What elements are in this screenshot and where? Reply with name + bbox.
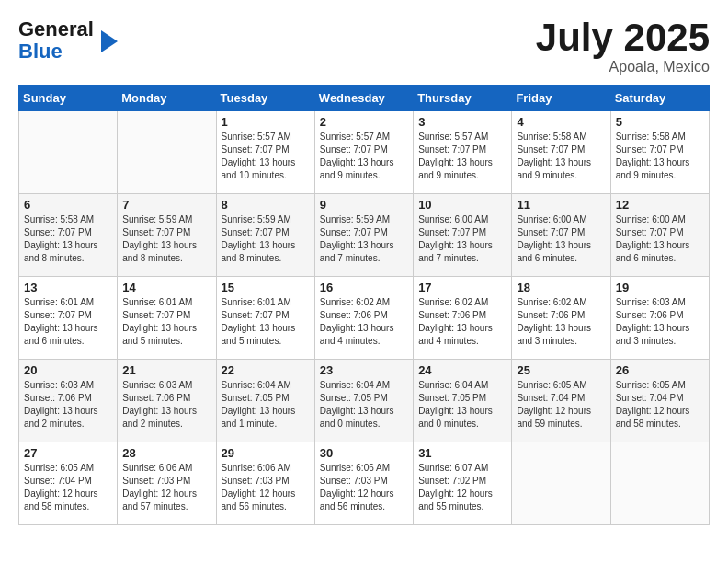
- calendar-cell: 28Sunrise: 6:06 AM Sunset: 7:03 PM Dayli…: [118, 442, 216, 525]
- calendar-cell: [19, 111, 118, 194]
- day-info: Sunrise: 5:57 AM Sunset: 7:07 PM Dayligh…: [320, 131, 408, 182]
- day-info: Sunrise: 6:01 AM Sunset: 7:07 PM Dayligh…: [222, 296, 310, 348]
- calendar-cell: 1Sunrise: 5:57 AM Sunset: 7:07 PM Daylig…: [216, 111, 314, 194]
- calendar-cell: 24Sunrise: 6:04 AM Sunset: 7:05 PM Dayli…: [414, 360, 512, 442]
- day-info: Sunrise: 5:59 AM Sunset: 7:07 PM Dayligh…: [222, 213, 310, 265]
- day-number: 19: [616, 281, 704, 294]
- day-info: Sunrise: 6:06 AM Sunset: 7:03 PM Dayligh…: [122, 462, 210, 513]
- logo-arrow-icon: [101, 30, 118, 52]
- day-info: Sunrise: 6:00 AM Sunset: 7:07 PM Dayligh…: [616, 213, 704, 265]
- day-number: 9: [320, 198, 408, 212]
- day-info: Sunrise: 6:04 AM Sunset: 7:05 PM Dayligh…: [222, 379, 310, 431]
- calendar-cell: 14Sunrise: 6:01 AM Sunset: 7:07 PM Dayli…: [118, 277, 216, 360]
- day-number: 8: [222, 198, 310, 212]
- calendar-week-row: 20Sunrise: 6:03 AM Sunset: 7:06 PM Dayli…: [19, 360, 710, 442]
- calendar-week-row: 13Sunrise: 6:01 AM Sunset: 7:07 PM Dayli…: [19, 277, 710, 360]
- day-number: 30: [320, 446, 408, 460]
- day-info: Sunrise: 6:04 AM Sunset: 7:05 PM Dayligh…: [418, 379, 506, 431]
- title-block: July 2025 Apoala, Mexico: [536, 18, 710, 75]
- weekday-header-monday: Monday: [118, 86, 216, 111]
- calendar-cell: [610, 442, 709, 525]
- weekday-header-friday: Friday: [512, 86, 610, 111]
- day-info: Sunrise: 6:00 AM Sunset: 7:07 PM Dayligh…: [517, 213, 605, 265]
- logo: General Blue: [18, 18, 118, 63]
- calendar-cell: 19Sunrise: 6:03 AM Sunset: 7:06 PM Dayli…: [610, 277, 709, 360]
- day-number: 14: [122, 281, 210, 294]
- weekday-header-sunday: Sunday: [19, 86, 118, 111]
- day-number: 21: [122, 363, 210, 377]
- day-number: 13: [24, 281, 112, 294]
- day-info: Sunrise: 6:06 AM Sunset: 7:03 PM Dayligh…: [222, 462, 310, 513]
- month-title: July 2025: [536, 18, 710, 57]
- day-info: Sunrise: 6:02 AM Sunset: 7:06 PM Dayligh…: [418, 296, 506, 348]
- day-number: 12: [616, 198, 704, 212]
- weekday-header-thursday: Thursday: [414, 86, 512, 111]
- day-number: 27: [24, 446, 112, 460]
- day-number: 2: [320, 115, 408, 129]
- day-number: 25: [517, 363, 605, 377]
- day-info: Sunrise: 6:01 AM Sunset: 7:07 PM Dayligh…: [122, 296, 210, 348]
- weekday-header-saturday: Saturday: [610, 86, 709, 111]
- day-number: 26: [616, 363, 704, 377]
- day-number: 15: [222, 281, 310, 294]
- calendar-week-row: 1Sunrise: 5:57 AM Sunset: 7:07 PM Daylig…: [19, 111, 710, 194]
- day-info: Sunrise: 6:00 AM Sunset: 7:07 PM Dayligh…: [418, 213, 506, 265]
- day-number: 20: [24, 363, 112, 377]
- calendar-cell: 27Sunrise: 6:05 AM Sunset: 7:04 PM Dayli…: [19, 442, 118, 525]
- day-number: 11: [517, 198, 605, 212]
- day-number: 3: [418, 115, 506, 129]
- day-info: Sunrise: 5:59 AM Sunset: 7:07 PM Dayligh…: [122, 213, 210, 265]
- day-number: 18: [517, 281, 605, 294]
- day-number: 4: [517, 115, 605, 129]
- calendar-cell: 13Sunrise: 6:01 AM Sunset: 7:07 PM Dayli…: [19, 277, 118, 360]
- day-info: Sunrise: 6:05 AM Sunset: 7:04 PM Dayligh…: [517, 379, 605, 431]
- calendar-cell: 5Sunrise: 5:58 AM Sunset: 7:07 PM Daylig…: [610, 111, 709, 194]
- day-number: 17: [418, 281, 506, 294]
- day-info: Sunrise: 5:58 AM Sunset: 7:07 PM Dayligh…: [517, 131, 605, 182]
- day-number: 24: [418, 363, 506, 377]
- day-info: Sunrise: 6:01 AM Sunset: 7:07 PM Dayligh…: [24, 296, 112, 348]
- calendar-cell: 16Sunrise: 6:02 AM Sunset: 7:06 PM Dayli…: [314, 277, 413, 360]
- day-info: Sunrise: 6:03 AM Sunset: 7:06 PM Dayligh…: [616, 296, 704, 348]
- calendar-cell: 21Sunrise: 6:03 AM Sunset: 7:06 PM Dayli…: [118, 360, 216, 442]
- calendar-cell: 23Sunrise: 6:04 AM Sunset: 7:05 PM Dayli…: [314, 360, 413, 442]
- calendar-table: SundayMondayTuesdayWednesdayThursdayFrid…: [18, 85, 710, 525]
- day-info: Sunrise: 5:57 AM Sunset: 7:07 PM Dayligh…: [222, 131, 310, 182]
- day-info: Sunrise: 6:05 AM Sunset: 7:04 PM Dayligh…: [24, 462, 112, 513]
- day-info: Sunrise: 6:07 AM Sunset: 7:02 PM Dayligh…: [418, 462, 506, 513]
- calendar-cell: 22Sunrise: 6:04 AM Sunset: 7:05 PM Dayli…: [216, 360, 314, 442]
- day-info: Sunrise: 6:04 AM Sunset: 7:05 PM Dayligh…: [320, 379, 408, 431]
- day-number: 10: [418, 198, 506, 212]
- day-info: Sunrise: 6:02 AM Sunset: 7:06 PM Dayligh…: [320, 296, 408, 348]
- calendar-cell: 8Sunrise: 5:59 AM Sunset: 7:07 PM Daylig…: [216, 194, 314, 277]
- calendar-cell: 26Sunrise: 6:05 AM Sunset: 7:04 PM Dayli…: [610, 360, 709, 442]
- day-number: 7: [122, 198, 210, 212]
- day-number: 5: [616, 115, 704, 129]
- calendar-week-row: 27Sunrise: 6:05 AM Sunset: 7:04 PM Dayli…: [19, 442, 710, 525]
- calendar-cell: 6Sunrise: 5:58 AM Sunset: 7:07 PM Daylig…: [19, 194, 118, 277]
- calendar-cell: 15Sunrise: 6:01 AM Sunset: 7:07 PM Dayli…: [216, 277, 314, 360]
- day-number: 29: [222, 446, 310, 460]
- day-info: Sunrise: 6:03 AM Sunset: 7:06 PM Dayligh…: [24, 379, 112, 431]
- day-info: Sunrise: 6:06 AM Sunset: 7:03 PM Dayligh…: [320, 462, 408, 513]
- day-info: Sunrise: 5:58 AM Sunset: 7:07 PM Dayligh…: [616, 131, 704, 182]
- calendar-cell: 30Sunrise: 6:06 AM Sunset: 7:03 PM Dayli…: [314, 442, 413, 525]
- calendar-cell: 2Sunrise: 5:57 AM Sunset: 7:07 PM Daylig…: [314, 111, 413, 194]
- calendar-week-row: 6Sunrise: 5:58 AM Sunset: 7:07 PM Daylig…: [19, 194, 710, 277]
- calendar-cell: 25Sunrise: 6:05 AM Sunset: 7:04 PM Dayli…: [512, 360, 610, 442]
- weekday-header-tuesday: Tuesday: [216, 86, 314, 111]
- calendar-cell: [512, 442, 610, 525]
- day-info: Sunrise: 5:58 AM Sunset: 7:07 PM Dayligh…: [24, 213, 112, 265]
- location-subtitle: Apoala, Mexico: [536, 59, 710, 75]
- calendar-cell: 10Sunrise: 6:00 AM Sunset: 7:07 PM Dayli…: [414, 194, 512, 277]
- calendar-cell: 3Sunrise: 5:57 AM Sunset: 7:07 PM Daylig…: [414, 111, 512, 194]
- calendar-cell: 29Sunrise: 6:06 AM Sunset: 7:03 PM Dayli…: [216, 442, 314, 525]
- calendar-cell: 31Sunrise: 6:07 AM Sunset: 7:02 PM Dayli…: [414, 442, 512, 525]
- calendar-cell: 11Sunrise: 6:00 AM Sunset: 7:07 PM Dayli…: [512, 194, 610, 277]
- logo-text: General Blue: [18, 18, 94, 63]
- page-header: General Blue July 2025 Apoala, Mexico: [18, 18, 710, 75]
- logo-blue: Blue: [18, 40, 63, 63]
- day-number: 6: [24, 198, 112, 212]
- day-number: 23: [320, 363, 408, 377]
- day-info: Sunrise: 6:05 AM Sunset: 7:04 PM Dayligh…: [616, 379, 704, 431]
